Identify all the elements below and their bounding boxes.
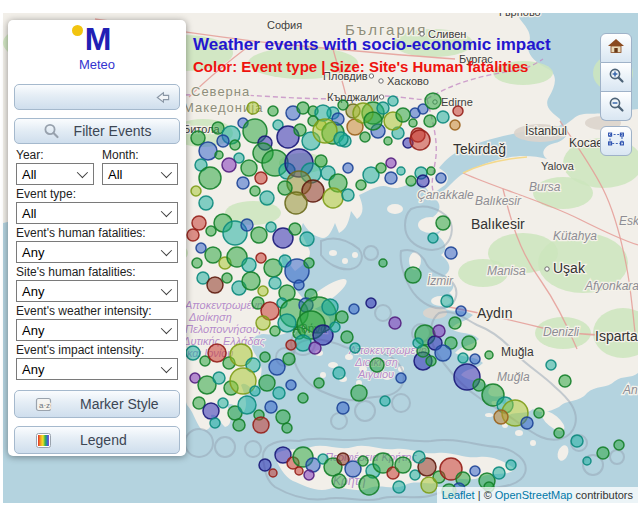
event-marker[interactable] [255, 172, 267, 184]
event-marker[interactable] [380, 396, 390, 406]
event-marker[interactable] [250, 386, 260, 396]
event-marker[interactable] [276, 410, 290, 424]
event-marker[interactable] [233, 419, 245, 431]
event-marker[interactable] [458, 353, 468, 363]
event-marker[interactable] [521, 417, 533, 429]
event-marker[interactable] [187, 229, 199, 241]
event-marker[interactable] [322, 299, 338, 315]
event-marker[interactable] [286, 380, 296, 390]
event-marker[interactable] [559, 375, 571, 387]
event-marker[interactable] [397, 167, 405, 175]
event-marker[interactable] [332, 474, 346, 488]
event-marker[interactable] [258, 286, 268, 296]
event-marker[interactable] [191, 186, 201, 196]
event-marker[interactable] [393, 481, 405, 493]
event-marker[interactable] [208, 344, 226, 362]
event-marker[interactable] [298, 393, 308, 403]
event-marker[interactable] [241, 219, 253, 231]
event-marker[interactable] [433, 325, 445, 337]
event-marker[interactable] [334, 132, 348, 146]
event-marker[interactable] [359, 475, 379, 495]
event-human-fatalities-select[interactable]: Any [16, 241, 178, 263]
event-marker[interactable] [333, 367, 345, 379]
event-marker[interactable] [356, 180, 366, 190]
month-select[interactable]: All [102, 163, 178, 185]
event-marker[interactable] [614, 440, 624, 450]
event-marker[interactable] [425, 93, 441, 109]
event-marker[interactable] [205, 247, 221, 263]
event-marker[interactable] [218, 398, 228, 408]
event-marker[interactable] [278, 314, 296, 332]
event-marker[interactable] [237, 177, 249, 189]
event-marker[interactable] [304, 470, 314, 480]
event-marker[interactable] [450, 120, 460, 130]
openstreetmap-link[interactable]: OpenStreetMap [495, 489, 573, 501]
event-marker[interactable] [192, 216, 206, 230]
event-marker[interactable] [376, 163, 386, 173]
event-marker[interactable] [273, 387, 285, 399]
event-marker[interactable] [338, 100, 348, 110]
event-marker[interactable] [251, 227, 267, 243]
event-marker[interactable] [265, 401, 277, 413]
event-marker[interactable] [343, 163, 353, 173]
event-marker[interactable] [405, 267, 421, 283]
event-marker[interactable] [278, 181, 292, 195]
event-marker[interactable] [413, 338, 423, 348]
event-marker[interactable] [207, 277, 223, 293]
event-marker[interactable] [256, 316, 270, 330]
event-marker[interactable] [300, 232, 314, 246]
event-marker[interactable] [282, 423, 292, 433]
event-marker[interactable] [323, 188, 343, 208]
event-marker[interactable] [470, 354, 480, 364]
event-marker[interactable] [294, 280, 304, 290]
event-marker[interactable] [256, 253, 266, 263]
event-marker[interactable] [470, 466, 480, 476]
event-marker[interactable] [417, 175, 429, 187]
zoom-in-button[interactable] [600, 63, 632, 92]
event-marker[interactable] [436, 216, 450, 230]
legend-button[interactable]: Legend [14, 426, 180, 454]
event-marker[interactable] [210, 418, 220, 428]
event-marker[interactable] [242, 258, 256, 272]
zoom-out-button[interactable] [600, 92, 632, 121]
event-marker[interactable] [260, 352, 270, 362]
event-marker[interactable] [266, 222, 276, 232]
box-zoom-button[interactable] [600, 126, 632, 156]
event-marker[interactable] [199, 196, 213, 210]
event-marker[interactable] [199, 167, 221, 189]
event-marker[interactable] [247, 102, 259, 114]
event-marker[interactable] [304, 258, 314, 268]
event-marker[interactable] [424, 115, 436, 127]
event-marker[interactable] [238, 396, 256, 414]
event-marker[interactable] [196, 243, 206, 253]
event-marker[interactable] [222, 158, 236, 172]
event-marker[interactable] [456, 306, 466, 316]
event-marker[interactable] [485, 351, 493, 359]
event-marker[interactable] [546, 360, 556, 370]
event-marker[interactable] [453, 106, 463, 116]
collapse-panel-button[interactable] [14, 84, 180, 110]
event-marker[interactable] [349, 304, 359, 314]
event-marker[interactable] [215, 151, 223, 159]
event-marker[interactable] [283, 353, 295, 365]
event-type-select[interactable]: All [16, 202, 178, 224]
event-impact-intensity-select[interactable]: Any [16, 358, 178, 380]
event-marker[interactable] [341, 331, 353, 343]
event-marker[interactable] [315, 155, 327, 167]
event-marker[interactable] [396, 108, 410, 122]
event-marker[interactable] [493, 467, 505, 479]
event-marker[interactable] [285, 192, 307, 214]
event-marker[interactable] [426, 356, 436, 366]
event-weather-intensity-select[interactable]: Any [16, 319, 178, 341]
event-marker[interactable] [351, 385, 367, 401]
event-marker[interactable] [396, 373, 406, 383]
event-marker[interactable] [241, 160, 257, 176]
event-marker[interactable] [377, 102, 389, 114]
event-marker[interactable] [289, 223, 301, 235]
event-marker[interactable] [388, 96, 398, 106]
event-marker[interactable] [441, 295, 453, 307]
event-marker[interactable] [314, 378, 324, 388]
marker-style-button[interactable]: a·z Marker Style [14, 390, 180, 418]
home-button[interactable] [600, 33, 632, 63]
event-marker[interactable] [230, 140, 240, 150]
